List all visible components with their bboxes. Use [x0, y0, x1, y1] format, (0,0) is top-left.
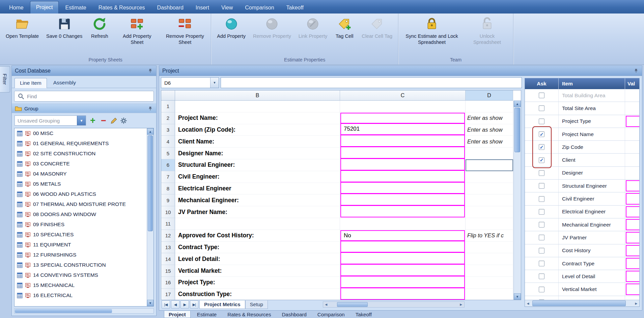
scroll-right-icon[interactable]: ▶ — [458, 302, 464, 307]
scroll-thumb[interactable] — [148, 135, 153, 231]
ask-val-cell[interactable] — [625, 141, 639, 153]
scroll-left-icon[interactable]: ◀ — [323, 302, 329, 307]
cell-b7[interactable]: Civil Engineer: — [175, 171, 340, 183]
list-item-14-conveying-systems[interactable]: 14 CONVEYING SYSTEMS — [15, 270, 147, 280]
edit-pencil-icon[interactable] — [110, 117, 117, 124]
cell-c5[interactable] — [340, 148, 466, 159]
required-input-cell[interactable] — [626, 271, 639, 282]
required-input-cell[interactable] — [626, 116, 639, 127]
cell-d8[interactable] — [466, 183, 513, 195]
ask-val-cell[interactable] — [625, 192, 639, 205]
cell-d10[interactable] — [466, 206, 513, 218]
list-item-07-thermal-and-moisture-prote[interactable]: 07 THERMAL AND MOISTURE PROTE — [15, 199, 147, 209]
menu-tab-project[interactable]: Project — [30, 1, 59, 14]
pin-icon[interactable] — [147, 68, 153, 74]
ask-val-cell[interactable] — [625, 283, 639, 295]
cost-list-scrollbar[interactable]: ▲ ▼ — [147, 128, 153, 306]
pin-icon[interactable] — [147, 105, 153, 111]
cell-b15[interactable]: Vertical Market: — [175, 265, 340, 277]
cell-b9[interactable]: Mechanical Engineer: — [175, 194, 340, 206]
menu-tab-estimate[interactable]: Estimate — [59, 2, 92, 14]
required-input-cell[interactable] — [340, 193, 465, 206]
cell-d6-selected[interactable] — [466, 159, 513, 171]
scroll-track[interactable] — [531, 300, 633, 307]
required-input-cell[interactable]: 75201 — [340, 123, 465, 135]
cell-b17[interactable]: Construction Type: — [175, 289, 340, 300]
required-input-cell[interactable] — [626, 219, 639, 230]
ask-val-cell[interactable] — [625, 218, 639, 231]
cell-c15[interactable] — [340, 265, 466, 277]
menu-tab-takeoff[interactable]: Takeoff — [281, 2, 309, 14]
cell-d11[interactable] — [466, 218, 513, 230]
menu-tab-dashboard[interactable]: Dashboard — [151, 2, 189, 14]
ask-val-cell[interactable] — [625, 167, 639, 179]
remove-grouping-button[interactable]: − — [100, 116, 108, 125]
list-item-08-doors-and-window[interactable]: 08 DOORS AND WINDOW — [15, 209, 147, 219]
add-property-sheet-button[interactable]: Add Property Sheet — [114, 16, 160, 56]
checkbox-structural-engineer[interactable] — [539, 183, 544, 189]
required-input-cell[interactable] — [340, 288, 465, 300]
cell-c8[interactable] — [340, 183, 466, 195]
select-all-corner[interactable] — [161, 90, 175, 101]
required-input-cell[interactable] — [626, 180, 639, 191]
gear-icon[interactable] — [120, 117, 127, 124]
column-header-d[interactable]: D — [466, 90, 513, 101]
add-grouping-button[interactable]: + — [89, 116, 97, 125]
tab-line-item[interactable]: Line Item — [15, 78, 47, 88]
required-input-cell[interactable] — [626, 232, 639, 243]
cell-c4[interactable] — [340, 136, 466, 148]
cell-d4[interactable]: Enter as show — [466, 136, 513, 148]
checkbox-project-name[interactable] — [539, 131, 544, 137]
row-header-6[interactable]: 6 — [161, 159, 175, 171]
cell-c9[interactable] — [340, 194, 466, 206]
filter-side-tab[interactable]: Filter — [0, 66, 10, 92]
menu-tab-rates-resources[interactable]: Rates & Resources — [93, 2, 151, 14]
cell-b10[interactable]: JV Partner Name: — [175, 206, 340, 218]
required-input-cell[interactable] — [340, 158, 465, 170]
scroll-thumb[interactable] — [532, 300, 626, 306]
view-tab-project[interactable]: Project — [164, 311, 191, 318]
cell-b6[interactable]: Structural Engineer: — [175, 159, 340, 171]
checkbox-total-site-area[interactable] — [539, 105, 544, 111]
cell-d7[interactable] — [466, 171, 513, 183]
ask-val-cell[interactable] — [625, 244, 639, 257]
row-header-13[interactable]: 13 — [161, 242, 175, 254]
scroll-thumb[interactable] — [15, 309, 112, 313]
first-sheet-button[interactable]: |◀ — [162, 300, 170, 309]
scroll-down-icon[interactable]: ▼ — [514, 293, 521, 300]
cell-name-box[interactable]: D6 ▼ — [161, 77, 219, 88]
row-header-14[interactable]: 14 — [161, 253, 175, 265]
cell-d17[interactable] — [466, 289, 513, 300]
required-input-cell[interactable] — [626, 206, 639, 217]
scroll-thumb[interactable] — [337, 302, 368, 307]
required-input-cell[interactable] — [626, 258, 639, 269]
checkbox-jv-partner[interactable] — [539, 235, 544, 240]
row-header-5[interactable]: 5 — [161, 148, 175, 159]
row-header-2[interactable]: 2 — [161, 112, 175, 124]
required-input-cell[interactable]: No — [340, 230, 465, 241]
cell-b1[interactable] — [175, 101, 340, 112]
cell-c6[interactable] — [340, 159, 466, 171]
cell-b2[interactable]: Project Name: — [175, 112, 340, 124]
checkbox-cost-history[interactable] — [539, 248, 544, 254]
ask-val-cell[interactable] — [625, 206, 639, 218]
row-header-4[interactable]: 4 — [161, 136, 175, 148]
scroll-up-icon[interactable]: ▲ — [147, 128, 153, 135]
required-input-cell[interactable] — [626, 193, 639, 204]
required-input-cell[interactable] — [340, 147, 465, 159]
view-tab-estimate[interactable]: Estimate — [193, 311, 221, 318]
view-tab-takeoff[interactable]: Takeoff — [351, 311, 376, 318]
remove-property-button[interactable]: Remove Property — [250, 16, 294, 56]
scroll-thumb[interactable] — [514, 108, 520, 152]
menu-tab-insert[interactable]: Insert — [190, 2, 215, 14]
grouping-dropdown[interactable]: Unsaved Grouping ▼ — [15, 115, 86, 126]
cell-c7[interactable] — [340, 171, 466, 183]
cell-c12[interactable]: No — [340, 230, 466, 242]
sheet-tab-setup[interactable]: Setup — [245, 300, 268, 309]
sheet-hscrollbar[interactable]: ◀ ▶ — [323, 301, 465, 308]
cell-c14[interactable] — [340, 253, 466, 265]
checkbox-zip-code[interactable] — [539, 144, 544, 150]
checkbox-vertical-market[interactable] — [539, 287, 544, 292]
cell-b4[interactable]: Client Name: — [175, 136, 340, 148]
row-header-17[interactable]: 17 — [161, 289, 175, 300]
